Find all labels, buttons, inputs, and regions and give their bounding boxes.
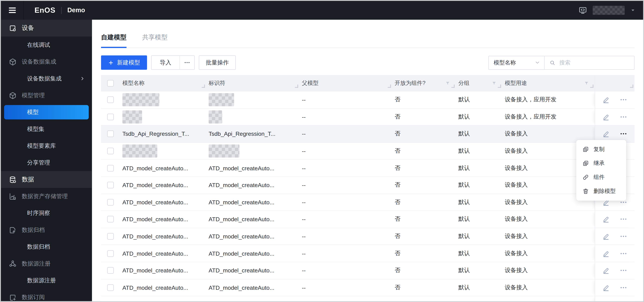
tab-self-built-models[interactable]: 自建模型 [101, 33, 126, 42]
cell-text: Tsdb_Api_Regression_T... [122, 131, 189, 137]
sidebar-item-data-asset-storage[interactable]: 数据资产存储管理 [1, 188, 92, 205]
sidebar-item-label: 设备数据集成 [22, 58, 56, 65]
sidebar-toggle-button[interactable] [1, 1, 24, 20]
edit-pencil-icon[interactable] [602, 301, 610, 302]
cell-text: ATD_model_createAuto... [122, 216, 188, 223]
sidebar-item-data-archive-sub[interactable]: 数据归档 [1, 238, 92, 255]
row-checkbox[interactable] [107, 302, 114, 302]
row-checkbox[interactable] [107, 199, 114, 205]
sidebar-item-data-archive[interactable]: 数据归档 [1, 222, 92, 238]
cell-text: -- [302, 131, 306, 137]
new-model-button[interactable]: 新建模型 [101, 55, 147, 70]
edit-pencil-icon[interactable] [602, 216, 610, 223]
row-checkbox[interactable] [107, 267, 114, 274]
sidebar-item-data-subscription[interactable]: 数据订阅 [1, 289, 92, 301]
topbar: EnOS Demo [1, 1, 643, 20]
sidebar-item-device-data-integration[interactable]: 设备数据集成 [1, 53, 92, 70]
database-icon [8, 175, 17, 184]
menu-item-inherit[interactable]: 继承 [576, 156, 626, 170]
row-more-icon[interactable] [620, 267, 627, 274]
row-more-icon[interactable] [620, 96, 627, 104]
cell-group: 默认 [456, 160, 502, 176]
cell-identifier: ATD_model_createAuto... [206, 177, 299, 193]
brand-divider [61, 7, 62, 14]
table-row: --否默认设备接入，应用开发 [101, 109, 635, 126]
sidebar-item-datasource-register[interactable]: 数据源注册 [1, 255, 92, 272]
sidebar-item-label: 数据归档 [22, 226, 45, 234]
row-checkbox[interactable] [107, 114, 114, 120]
row-checkbox[interactable] [107, 165, 114, 171]
cell-select [101, 279, 120, 296]
row-checkbox[interactable] [107, 216, 114, 223]
batch-operation-button[interactable]: 批量操作 [199, 55, 236, 70]
menu-item-delete-model[interactable]: 删除模型 [576, 184, 626, 198]
brand: EnOS Demo [34, 6, 85, 14]
edit-pencil-icon[interactable] [602, 113, 610, 121]
row-more-icon[interactable] [620, 301, 627, 302]
topbar-actions [579, 6, 643, 15]
row-checkbox[interactable] [107, 284, 114, 291]
edit-pencil-icon[interactable] [602, 250, 610, 257]
sidebar-item-model-set[interactable]: 模型集 [1, 121, 92, 137]
plus-icon [108, 60, 114, 65]
sidebar-item-share-management[interactable]: 分享管理 [1, 154, 92, 171]
models-table: 模型名称标识符父模型开放为组件?分组模型用途 --否默认设备接入，应用开发 --… [101, 75, 635, 302]
search-input[interactable] [558, 59, 630, 66]
column-header-parent: 父模型 [299, 75, 392, 92]
cell-text: -- [302, 284, 306, 291]
row-more-icon[interactable] [620, 113, 627, 121]
cell-text: ATD_model_createAuto... [209, 267, 274, 274]
row-more-icon[interactable] [620, 130, 627, 138]
edit-pencil-icon[interactable] [602, 233, 610, 240]
cell-open-as-component: 否 [392, 194, 456, 211]
cell-parent: -- [299, 126, 392, 142]
funnel-icon[interactable] [492, 81, 496, 86]
row-checkbox[interactable] [107, 97, 114, 103]
sidebar-item-model[interactable]: 模型 [4, 105, 89, 119]
row-checkbox[interactable] [107, 233, 114, 240]
menu-item-copy[interactable]: 复制 [576, 142, 626, 156]
row-more-icon[interactable] [620, 284, 627, 291]
sidebar-item-data[interactable]: 数据 [1, 171, 92, 188]
sidebar-item-datasource-register-sub[interactable]: 数据源注册 [1, 272, 92, 289]
copy-icon [582, 146, 589, 153]
sidebar-item-model-element-library[interactable]: 模型要素库 [1, 138, 92, 154]
cell-parent: -- [299, 194, 392, 211]
import-more-button[interactable] [180, 56, 194, 69]
row-more-icon[interactable] [620, 233, 627, 240]
cell-parent: -- [299, 91, 392, 108]
edit-pencil-icon[interactable] [602, 96, 610, 104]
funnel-icon[interactable] [445, 81, 450, 86]
sidebar-item-tsdb-insight[interactable]: 时序洞察 [1, 205, 92, 221]
edit-pencil-icon[interactable] [602, 130, 610, 138]
cell-text: 设备接入 [505, 267, 528, 274]
cell-select [101, 296, 120, 302]
developer-console-icon[interactable] [579, 6, 587, 14]
menu-item-component[interactable]: 组件 [576, 170, 626, 184]
select-all-checkbox[interactable] [107, 80, 114, 87]
cell-parent: -- [299, 177, 392, 193]
row-checkbox[interactable] [107, 182, 114, 188]
user-menu-caret-icon[interactable] [630, 8, 636, 13]
redacted-text [209, 110, 222, 124]
row-checkbox[interactable] [107, 131, 114, 137]
column-label: 开放为组件? [395, 80, 426, 87]
row-checkbox[interactable] [107, 148, 114, 154]
cell-open-as-component: 否 [392, 160, 456, 176]
sidebar-item-device[interactable]: 设备 [1, 20, 92, 36]
user-name-redacted[interactable] [593, 6, 625, 15]
sidebar-item-device-data-integration-sub[interactable]: 设备数据集成 [1, 70, 92, 87]
cell-identifier: ATD_model_createAuto [206, 296, 299, 302]
row-more-icon[interactable] [620, 250, 627, 257]
row-more-icon[interactable] [620, 216, 627, 223]
edit-pencil-icon[interactable] [602, 284, 610, 291]
redacted-text [209, 145, 240, 158]
edit-pencil-icon[interactable] [602, 267, 610, 274]
funnel-icon[interactable] [584, 81, 589, 86]
import-button[interactable]: 导入 [152, 56, 180, 69]
tab-shared-models[interactable]: 共享模型 [142, 33, 168, 42]
sidebar-item-model-management[interactable]: 模型管理 [1, 87, 92, 104]
search-field-select[interactable]: 模型名称 [488, 56, 545, 70]
sidebar-item-online-debug[interactable]: 在线调试 [1, 36, 92, 53]
row-checkbox[interactable] [107, 250, 114, 257]
